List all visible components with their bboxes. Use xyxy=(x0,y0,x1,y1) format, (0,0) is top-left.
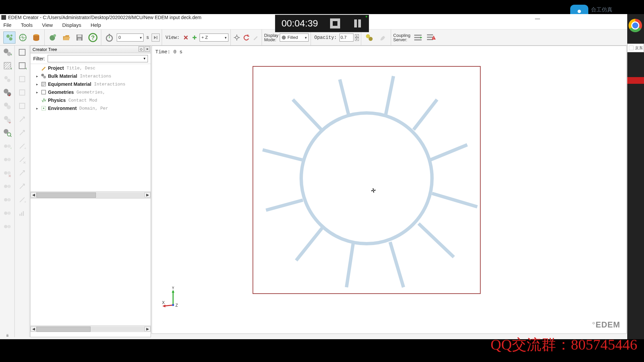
menu-displays[interactable]: Displays xyxy=(61,21,83,28)
view-delete-button[interactable] xyxy=(182,34,190,41)
axis-gizmo[interactable]: Y X Z xyxy=(161,287,185,310)
scroll-left-button[interactable]: ◀ xyxy=(31,192,37,197)
vt-grp1-button[interactable]: + xyxy=(1,140,13,152)
tree-hscroll[interactable]: ◀ ▶ xyxy=(31,191,151,198)
help-button[interactable]: ? xyxy=(87,32,99,44)
svg-point-60 xyxy=(4,185,7,188)
tree-desc: Title, Desc xyxy=(66,66,95,71)
video-black-bar xyxy=(0,0,644,14)
svg-point-67 xyxy=(7,225,11,228)
vt2-box-gray2-button[interactable] xyxy=(16,86,28,99)
edit-button[interactable] xyxy=(252,34,260,42)
tree-body[interactable]: ProjectTitle, Desc▸Bulk MaterialInteract… xyxy=(31,64,151,191)
scroll-right-button[interactable]: ▶ xyxy=(145,326,151,331)
view-add-button[interactable] xyxy=(191,34,198,41)
menu-view[interactable]: View xyxy=(41,21,54,28)
scroll-left-button[interactable]: ◀ xyxy=(31,326,37,331)
vt2-box-plus-button[interactable]: + xyxy=(16,60,28,72)
tree-item-geometries[interactable]: ▸GeometriesGeometries, xyxy=(31,88,151,96)
svg-point-62 xyxy=(4,198,7,201)
new-button[interactable] xyxy=(47,32,59,44)
more-icon[interactable]: ⇊ xyxy=(6,334,9,337)
vt2-box-gray3-button[interactable] xyxy=(16,100,28,112)
vt-grp7-button[interactable] xyxy=(1,221,13,233)
filter-combo[interactable] xyxy=(48,55,148,62)
svg-rect-77 xyxy=(21,213,22,216)
vt2-arrow1-button[interactable] xyxy=(16,113,28,125)
vt2-arrow2-button[interactable] xyxy=(16,127,28,139)
mode-database-button[interactable] xyxy=(30,32,42,44)
expander-icon[interactable]: ▸ xyxy=(35,90,39,95)
vt2-arrow7-button[interactable]: + xyxy=(16,194,28,206)
pause-button[interactable] xyxy=(353,18,363,28)
vt-grp2-button[interactable] xyxy=(1,154,13,166)
stop-button[interactable] xyxy=(330,18,340,28)
tree-item-equipment-material[interactable]: ▸Equipment MaterialInteractions xyxy=(31,80,151,88)
save-button[interactable] xyxy=(73,32,86,44)
opacity-input[interactable]: 0.7 xyxy=(339,34,354,42)
mode-globe-button[interactable] xyxy=(17,32,29,44)
vt2-arrow4-button[interactable] xyxy=(16,154,28,166)
brush-button[interactable] xyxy=(377,32,389,44)
expander-icon[interactable]: ▸ xyxy=(35,74,39,78)
vt-grp4-button[interactable] xyxy=(1,180,13,192)
tree-desc: Interactions xyxy=(80,74,111,79)
scroll-right-button[interactable]: ▶ xyxy=(145,192,151,197)
svg-point-61 xyxy=(7,185,11,188)
expander-icon[interactable]: ▸ xyxy=(35,82,39,86)
view-axis-combo[interactable]: + Z xyxy=(200,34,228,42)
expander-icon[interactable]: ▸ xyxy=(35,106,39,111)
tree-item-physics[interactable]: PhysicsContact Mod xyxy=(31,96,151,104)
browser-tab-jd[interactable]: 京东 xyxy=(627,44,644,52)
svg-text:+: + xyxy=(24,146,26,150)
vt-particle-button[interactable]: + xyxy=(1,46,13,58)
opacity-spinners[interactable]: ▴▾ xyxy=(355,34,359,41)
material-yellow-button[interactable] xyxy=(363,32,375,44)
svg-marker-106 xyxy=(162,305,165,307)
vt2-chart-button[interactable] xyxy=(16,207,28,219)
tree-desc: Interactions xyxy=(94,82,125,87)
vt-particle-x-button[interactable] xyxy=(1,113,13,125)
undo-button[interactable] xyxy=(242,34,250,42)
time-unit: s xyxy=(145,35,150,40)
mode-particle-button[interactable] xyxy=(3,32,15,44)
chrome-icon[interactable] xyxy=(629,19,642,32)
menu-help[interactable]: Help xyxy=(89,21,102,28)
vt-search-button[interactable] xyxy=(1,127,13,139)
timer-button[interactable] xyxy=(103,32,115,44)
tree-item-environment[interactable]: ▸EnvironmentDomain, Per xyxy=(31,104,151,112)
tree-desc: Contact Mod xyxy=(68,98,97,103)
tree-item-project[interactable]: ProjectTitle, Desc xyxy=(31,64,151,72)
open-button[interactable] xyxy=(60,32,72,44)
settings-button[interactable] xyxy=(233,34,241,42)
vt2-arrow3-button[interactable]: + xyxy=(16,140,28,152)
menu-tools[interactable]: Tools xyxy=(19,21,34,28)
coupling-warning-button[interactable]: ! xyxy=(425,32,437,44)
step-forward-button[interactable] xyxy=(152,34,160,42)
vt2-box-gray1-button[interactable] xyxy=(16,73,28,85)
detail-hscroll[interactable]: ◀ ▶ xyxy=(31,325,151,332)
vt-link-button[interactable] xyxy=(1,73,13,85)
tree-label: Bulk Material xyxy=(48,73,77,79)
vt-particle-red-button[interactable] xyxy=(1,86,13,99)
svg-point-0 xyxy=(578,10,581,13)
panel-close-button[interactable]: ✕ xyxy=(145,46,150,52)
vt2-arrow6-button[interactable] xyxy=(16,180,28,192)
display-mode-combo[interactable]: Filled xyxy=(280,34,309,42)
vt-grp6-button[interactable] xyxy=(1,207,13,219)
coupling-list-button[interactable] xyxy=(412,32,424,44)
vt2-box-button[interactable] xyxy=(16,46,28,58)
vt2-arrow5-button[interactable] xyxy=(16,167,28,179)
viewport-3d[interactable]: Time: 0 s xyxy=(152,46,627,334)
minimize-button[interactable]: — xyxy=(535,15,540,21)
time-combo[interactable]: 0 xyxy=(117,34,144,42)
panel-header[interactable]: Creator Tree ◇ ✕ xyxy=(31,46,151,53)
vt-grp5-button[interactable] xyxy=(1,194,13,206)
vt-grp3-button[interactable] xyxy=(1,167,13,179)
vt-hatch-button[interactable]: + xyxy=(1,60,13,72)
menu-file[interactable]: File xyxy=(2,21,13,28)
tree-item-bulk-material[interactable]: ▸Bulk MaterialInteractions xyxy=(31,72,151,80)
vt-particle-gray-button[interactable] xyxy=(1,100,13,112)
svg-point-3 xyxy=(10,35,12,37)
panel-float-button[interactable]: ◇ xyxy=(139,46,144,52)
